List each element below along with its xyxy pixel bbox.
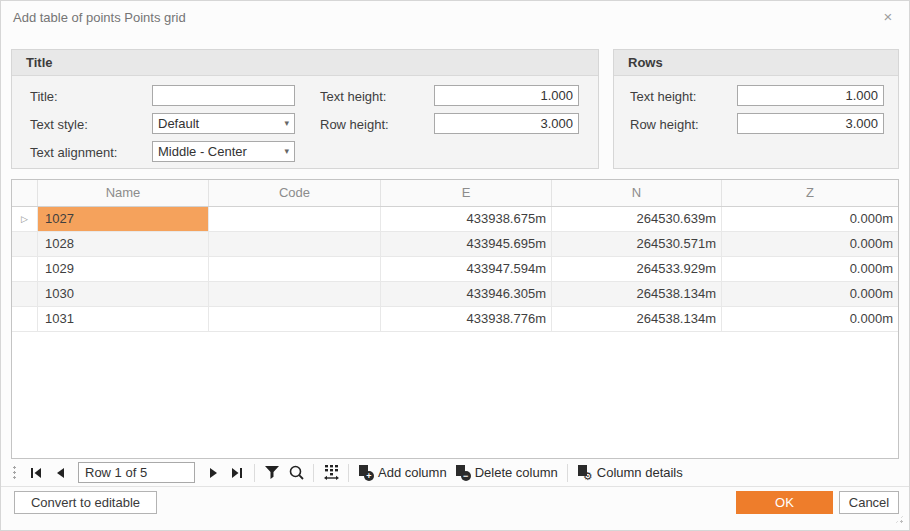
row-selector-cell <box>12 282 38 306</box>
rows-row-height-label: Row height: <box>630 117 699 132</box>
column-header-z[interactable]: Z <box>722 180 898 206</box>
column-header-e[interactable]: E <box>381 180 552 206</box>
row-selector-cell <box>12 307 38 331</box>
search-button[interactable] <box>284 461 308 484</box>
table-row[interactable]: 1031 433938.776m 264538.134m 0.000m <box>12 307 898 332</box>
toolbar-separator <box>313 464 314 482</box>
add-column-label: Add column <box>378 465 447 480</box>
title-row-height-input[interactable] <box>434 113 579 134</box>
cell-e[interactable]: 433938.675m <box>381 207 552 231</box>
row-indicator-input[interactable]: Row 1 of 5 <box>78 462 195 483</box>
table-row[interactable]: 1029 433947.594m 264533.929m 0.000m <box>12 257 898 282</box>
column-header-code[interactable]: Code <box>209 180 381 206</box>
footer-divider <box>1 486 909 487</box>
first-row-icon <box>30 468 42 478</box>
ok-button[interactable]: OK <box>736 491 833 514</box>
previous-row-icon <box>56 468 65 478</box>
delete-column-icon: − <box>455 465 470 480</box>
cell-code[interactable] <box>209 282 381 306</box>
text-alignment-value: Middle - Center <box>158 144 247 159</box>
delete-column-button[interactable]: − Delete column <box>451 461 562 484</box>
dialog-title: Add table of points Points grid <box>13 10 186 25</box>
cell-n[interactable]: 264538.134m <box>552 307 722 331</box>
cell-n[interactable]: 264533.929m <box>552 257 722 281</box>
title-input[interactable] <box>152 85 295 106</box>
toolbar-separator <box>567 464 568 482</box>
points-grid: Name Code E N Z ▷ 1027 433938.675m 26453… <box>11 179 899 459</box>
cell-z[interactable]: 0.000m <box>722 232 898 256</box>
selected-cell[interactable]: 1027 <box>38 207 209 231</box>
text-style-label: Text style: <box>30 117 88 132</box>
add-column-button[interactable]: + Add column <box>354 461 451 484</box>
cell-z[interactable]: 0.000m <box>722 307 898 331</box>
title-text-height-label: Text height: <box>320 89 387 104</box>
gear-icon: ⚙ <box>583 471 593 481</box>
cancel-button[interactable]: Cancel <box>839 491 899 514</box>
add-table-of-points-dialog: Add table of points Points grid × Title … <box>0 0 910 531</box>
cell-n[interactable]: 264538.134m <box>552 282 722 306</box>
cell-e[interactable]: 433945.695m <box>381 232 552 256</box>
cell-code[interactable] <box>209 207 381 231</box>
cell-z[interactable]: 0.000m <box>722 207 898 231</box>
cell-code[interactable] <box>209 307 381 331</box>
convert-to-editable-button[interactable]: Convert to editable <box>14 491 157 514</box>
grid-header-row: Name Code E N Z <box>12 180 898 207</box>
toolbar-grip-icon[interactable] <box>13 465 16 480</box>
title-text-height-input[interactable] <box>434 85 579 106</box>
search-icon <box>289 465 304 480</box>
column-details-icon: ⚙ <box>577 465 592 480</box>
title-label: Title: <box>30 89 58 104</box>
delete-column-label: Delete column <box>475 465 558 480</box>
resize-grip-icon[interactable] <box>894 514 905 525</box>
text-style-dropdown[interactable]: Default ▾ <box>152 113 295 134</box>
current-row-arrow-icon: ▷ <box>12 207 37 231</box>
column-details-button[interactable]: ⚙ Column details <box>573 461 687 484</box>
filter-icon <box>265 466 279 479</box>
text-style-value: Default <box>158 116 199 131</box>
cell-name[interactable]: 1030 <box>38 282 209 306</box>
last-row-button[interactable] <box>225 461 249 484</box>
cell-n[interactable]: 264530.639m <box>552 207 722 231</box>
row-selector-header <box>12 180 38 206</box>
cell-e[interactable]: 433946.305m <box>381 282 552 306</box>
column-header-name[interactable]: Name <box>38 180 209 206</box>
filter-button[interactable] <box>260 461 284 484</box>
cell-code[interactable] <box>209 232 381 256</box>
cell-e[interactable]: 433938.776m <box>381 307 552 331</box>
title-group: Title Title: Text style: Default ▾ Text … <box>11 49 599 169</box>
rows-group: Rows Text height: Row height: <box>613 49 899 169</box>
title-group-header: Title <box>12 50 598 76</box>
row-selector-cell: ▷ <box>12 207 38 231</box>
add-column-icon: + <box>358 465 373 480</box>
title-row-height-label: Row height: <box>320 117 389 132</box>
chevron-down-icon: ▾ <box>284 114 289 133</box>
previous-row-button[interactable] <box>48 461 72 484</box>
rows-text-height-label: Text height: <box>630 89 697 104</box>
cell-code[interactable] <box>209 257 381 281</box>
cell-name[interactable]: 1031 <box>38 307 209 331</box>
best-fit-columns-button[interactable] <box>319 461 343 484</box>
cell-z[interactable]: 0.000m <box>722 257 898 281</box>
next-row-icon <box>209 468 218 478</box>
cell-n[interactable]: 264530.571m <box>552 232 722 256</box>
cell-name[interactable]: 1029 <box>38 257 209 281</box>
last-row-icon <box>231 468 243 478</box>
next-row-button[interactable] <box>201 461 225 484</box>
table-row[interactable]: ▷ 1027 433938.675m 264530.639m 0.000m <box>12 207 898 232</box>
table-row[interactable]: 1030 433946.305m 264538.134m 0.000m <box>12 282 898 307</box>
table-row[interactable]: 1028 433945.695m 264530.571m 0.000m <box>12 232 898 257</box>
close-icon[interactable]: × <box>879 8 897 26</box>
text-alignment-dropdown[interactable]: Middle - Center ▾ <box>152 141 295 162</box>
row-selector-cell <box>12 257 38 281</box>
chevron-down-icon: ▾ <box>284 142 289 161</box>
rows-row-height-input[interactable] <box>737 113 884 134</box>
toolbar-separator <box>348 464 349 482</box>
cell-z[interactable]: 0.000m <box>722 282 898 306</box>
first-row-button[interactable] <box>24 461 48 484</box>
best-fit-columns-icon <box>324 465 339 480</box>
rows-text-height-input[interactable] <box>737 85 884 106</box>
column-header-n[interactable]: N <box>552 180 722 206</box>
cell-name[interactable]: 1028 <box>38 232 209 256</box>
row-selector-cell <box>12 232 38 256</box>
cell-e[interactable]: 433947.594m <box>381 257 552 281</box>
